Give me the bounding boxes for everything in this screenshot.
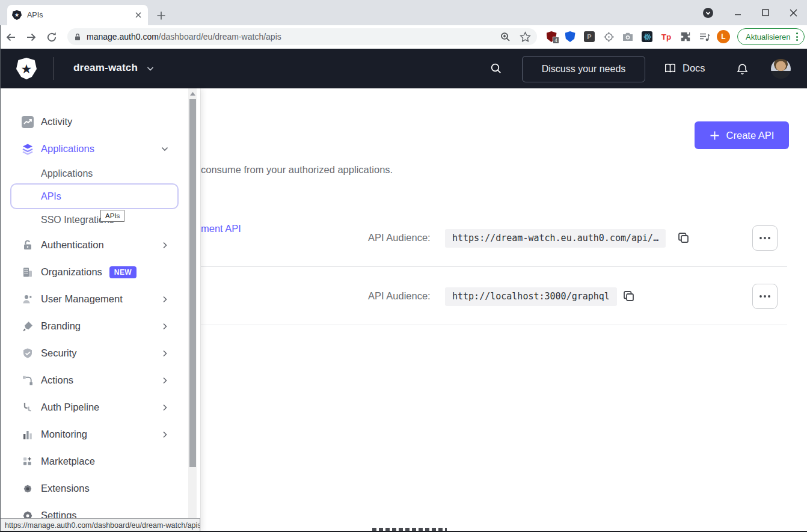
sidebar-item-organizations[interactable]: Organizations NEW <box>0 258 180 286</box>
browser-profile-avatar[interactable]: L <box>717 30 730 43</box>
sidebar-item-branding[interactable]: Branding <box>0 313 180 340</box>
chevron-right-icon <box>160 322 170 331</box>
auth0-favicon: ★ <box>12 10 22 20</box>
camera-extension-icon[interactable] <box>622 31 634 43</box>
bar-chart-icon <box>21 429 34 441</box>
tenant-switcher[interactable]: dream-watch <box>73 62 155 74</box>
playlist-extension-icon[interactable] <box>698 31 710 43</box>
browser-tab[interactable]: ★ APIs <box>7 5 148 25</box>
tenant-name: dream-watch <box>73 62 138 74</box>
sidebar-item-user-management[interactable]: User Management <box>0 286 180 313</box>
sidebar-scrollbar-thumb[interactable] <box>189 99 196 467</box>
lock-icon <box>73 32 82 41</box>
sidebar-subitem-sso-integrations[interactable]: SSO Integrations <box>0 209 180 231</box>
plus-icon <box>710 130 720 141</box>
zoom-icon[interactable] <box>500 31 511 43</box>
tampermonkey-extension-icon[interactable]: Tp <box>660 31 672 43</box>
book-icon <box>663 62 677 75</box>
window-edge <box>0 25 1 532</box>
actions-flow-icon <box>21 375 34 387</box>
back-icon[interactable] <box>1 28 20 47</box>
extensions-puzzle-icon[interactable] <box>680 31 692 43</box>
copy-icon[interactable] <box>677 231 690 245</box>
window-controls <box>703 0 807 25</box>
copy-icon[interactable] <box>622 289 636 303</box>
activity-icon <box>21 116 34 128</box>
sidebar-item-applications[interactable]: Applications <box>0 135 180 162</box>
sidebar-item-authentication[interactable]: Authentication <box>0 231 180 258</box>
paintbrush-icon <box>21 320 34 332</box>
api-audience-label: API Audience: <box>368 232 431 243</box>
api-name-link[interactable]: ment API <box>201 223 241 234</box>
browser-update-button[interactable]: Aktualisieren <box>737 28 805 45</box>
sidebar-item-marketplace[interactable]: Marketplace <box>0 448 180 475</box>
more-options-icon <box>759 295 771 298</box>
create-api-button[interactable]: Create API <box>695 121 789 149</box>
tab-title: APIs <box>27 11 133 19</box>
applications-layers-icon <box>21 143 34 155</box>
header-divider <box>53 57 54 80</box>
api-audience-value: https://dream-watch.eu.auth0.com/api/… <box>445 229 666 248</box>
new-badge: NEW <box>109 266 137 278</box>
status-bar: https://manage.auth0.com/dashboard/eu/dr… <box>0 518 200 532</box>
page-description: consume from your authorized application… <box>201 164 393 176</box>
user-gear-icon <box>21 293 34 305</box>
sidebar-nav: Activity Applications Applications APIs … <box>0 88 200 532</box>
privacy-extension-icon[interactable]: P <box>583 31 595 43</box>
user-avatar[interactable] <box>771 59 791 79</box>
lock-icon <box>21 239 34 251</box>
more-options-icon <box>759 236 771 240</box>
sidebar-item-activity[interactable]: Activity <box>0 108 180 135</box>
sidebar-item-monitoring[interactable]: Monitoring <box>0 421 180 448</box>
forward-icon[interactable] <box>22 28 41 47</box>
url-text: manage.auth0.com/dashboard/eu/dream-watc… <box>87 32 281 41</box>
chevron-right-icon <box>160 376 170 385</box>
sidebar-item-actions[interactable]: Actions <box>0 367 180 394</box>
sidebar-item-security[interactable]: Security <box>0 340 180 367</box>
minimize-button[interactable] <box>724 4 752 22</box>
new-tab-icon[interactable] <box>155 10 167 22</box>
chevron-right-icon <box>160 240 170 250</box>
tab-strip: ★ APIs <box>0 0 807 25</box>
chevron-right-icon <box>160 403 170 412</box>
docs-link[interactable]: Docs <box>663 62 705 75</box>
scrollbar-up-arrow-icon[interactable] <box>188 90 197 98</box>
extensions-gear-icon <box>21 483 34 495</box>
sidebar-subitem-applications[interactable]: Applications <box>0 163 180 185</box>
apis-tooltip: APIs <box>100 210 124 222</box>
shield-check-icon <box>21 347 34 359</box>
row-separator <box>201 325 787 325</box>
chevron-right-icon <box>160 430 170 439</box>
discuss-your-needs-button[interactable]: Discuss your needs <box>522 56 645 82</box>
crosshair-extension-icon[interactable] <box>603 31 615 43</box>
row-menu-button[interactable] <box>752 225 778 251</box>
row-separator <box>201 266 787 267</box>
api-audience-label: API Audience: <box>368 290 431 302</box>
maximize-button[interactable] <box>752 4 779 22</box>
close-tab-icon[interactable] <box>133 10 143 20</box>
ublock-extension-icon[interactable]: 4 <box>545 31 557 43</box>
react-devtools-extension-icon[interactable] <box>641 31 653 43</box>
browser-menu-icon[interactable] <box>796 32 798 41</box>
bookmark-star-icon[interactable] <box>520 31 531 43</box>
bitwarden-extension-icon[interactable] <box>564 31 576 43</box>
sidebar-item-auth-pipeline[interactable]: Auth Pipeline <box>0 394 180 421</box>
organization-building-icon <box>21 266 34 278</box>
browser-update-indicator-icon[interactable] <box>703 8 713 18</box>
row-menu-button[interactable] <box>752 284 778 309</box>
sidebar-item-extensions[interactable]: Extensions <box>0 475 180 502</box>
chevron-right-icon <box>160 349 170 358</box>
sidebar-subitem-apis[interactable]: APIs <box>10 183 179 209</box>
search-icon[interactable] <box>488 61 504 76</box>
address-bar[interactable]: manage.auth0.com/dashboard/eu/dream-watc… <box>67 28 537 45</box>
chevron-down-icon <box>146 64 155 73</box>
chevron-down-icon <box>160 144 170 154</box>
chevron-right-icon <box>160 295 170 304</box>
pipeline-icon <box>21 402 34 414</box>
close-window-button[interactable] <box>779 4 807 22</box>
notifications-bell-icon[interactable] <box>734 61 750 77</box>
api-audience-value: http://localhost:3000/graphql <box>445 287 617 306</box>
marketplace-grid-icon <box>21 456 34 468</box>
reload-icon[interactable] <box>42 28 61 47</box>
